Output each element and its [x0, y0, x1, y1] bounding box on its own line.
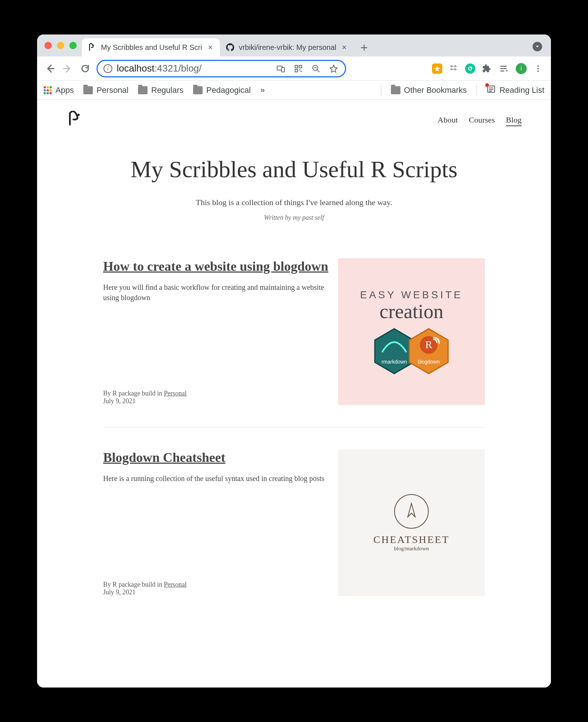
page-title: My Scribbles and Useful R Scripts — [103, 156, 485, 183]
new-tab-button[interactable] — [357, 40, 371, 55]
post-description: Here is a running collection of the usef… — [103, 473, 331, 484]
svg-point-11 — [537, 68, 539, 69]
blog-favicon-icon — [88, 43, 97, 52]
zoom-icon[interactable] — [310, 62, 322, 75]
folder-label: Regulars — [151, 85, 184, 95]
bookmark-folder-pedagogical[interactable]: Pedagogical — [193, 85, 251, 95]
svg-point-0 — [93, 45, 94, 46]
apps-grid-icon — [44, 86, 52, 94]
qr-icon[interactable] — [292, 62, 305, 75]
extension-bookmark-icon[interactable] — [432, 63, 442, 74]
svg-text:R: R — [425, 339, 432, 350]
reading-list-label: Reading List — [500, 85, 544, 95]
hex-label: rmarkdown — [381, 359, 407, 365]
window-controls — [42, 34, 82, 56]
url-text: localhost:4321/blog/ — [117, 63, 270, 74]
tab-title: vrbiki/irene-vrbik: My personal — [239, 43, 337, 52]
site-logo-icon[interactable] — [66, 111, 83, 130]
forward-button[interactable] — [61, 62, 74, 75]
overflow-label: » — [260, 85, 265, 95]
post-description: Here you will find a basic workflow for … — [103, 282, 331, 303]
site-info-icon[interactable]: i — [104, 64, 112, 73]
maximize-window-button[interactable] — [69, 42, 77, 49]
tab-close-button[interactable] — [341, 44, 348, 51]
folder-icon — [193, 86, 203, 94]
page-caption: Written by my past self — [103, 214, 485, 222]
toolbar: i localhost:4321/blog/ — [37, 56, 551, 81]
nav-courses[interactable]: Courses — [469, 115, 495, 126]
post-thumbnail[interactable]: EASY WEBSITE creation rmarkdown R blogdo… — [338, 258, 485, 405]
address-bar[interactable]: i localhost:4321/blog/ — [97, 60, 346, 77]
reading-list[interactable]: Reading List — [486, 84, 544, 96]
devices-icon[interactable] — [275, 62, 287, 75]
extensions-puzzle-icon[interactable] — [480, 62, 493, 75]
separator — [381, 85, 381, 96]
back-button[interactable] — [44, 62, 56, 75]
bookmark-folder-regulars[interactable]: Regulars — [138, 85, 184, 95]
hex-blogdown-icon: R blogdown — [409, 328, 449, 374]
thumb-title: CHEATSHEET — [373, 534, 449, 546]
bookmarks-bar: Apps Personal Regulars Pedagogical » Oth… — [37, 81, 551, 100]
compass-icon — [394, 494, 429, 529]
tab-bar: My Scribbles and Useful R Scri vrbiki/ir… — [37, 34, 551, 56]
incognito-or-profile-icon[interactable] — [533, 42, 542, 51]
reload-button[interactable] — [79, 62, 91, 75]
extension-grammarly-icon[interactable] — [465, 63, 475, 74]
folder-label: Personal — [97, 85, 128, 95]
bookmark-overflow[interactable]: » — [260, 85, 265, 95]
minimize-window-button[interactable] — [57, 42, 64, 49]
page-content: About Courses Blog My Scribbles and Usef… — [37, 100, 551, 688]
site-header: About Courses Blog — [37, 100, 551, 134]
post-byline-prefix: By R package build in — [103, 581, 164, 588]
tab-inactive[interactable]: vrbiki/irene-vrbik: My personal — [220, 38, 354, 56]
folder-icon — [391, 86, 400, 94]
bookmark-star-icon[interactable] — [327, 62, 340, 75]
svg-rect-3 — [282, 68, 284, 72]
url-path: :4321/blog/ — [155, 63, 202, 74]
reading-list-icon — [486, 84, 496, 96]
thumb-heading: EASY WEBSITE — [360, 289, 463, 301]
kebab-menu-icon[interactable] — [532, 62, 544, 75]
playlist-icon[interactable] — [498, 62, 511, 75]
bookmark-folder-personal[interactable]: Personal — [83, 85, 128, 95]
nav-about[interactable]: About — [438, 115, 458, 126]
svg-rect-7 — [299, 69, 300, 70]
post-meta: By R package build in Personal July 9, 2… — [103, 537, 331, 596]
github-favicon-icon — [226, 43, 235, 52]
svg-rect-5 — [299, 65, 302, 68]
post-card: Blogdown Cheatsheet Here is a running co… — [103, 427, 485, 618]
folder-label: Pedagogical — [206, 85, 251, 95]
folder-icon — [138, 86, 148, 94]
apps-label: Apps — [55, 85, 74, 95]
post-title-link[interactable]: How to create a website using blogdown — [103, 258, 331, 275]
blog-list: My Scribbles and Useful R Scripts This b… — [103, 134, 485, 640]
post-category-link[interactable]: Personal — [164, 390, 186, 397]
page-subtitle: This blog is a collection of things I've… — [103, 198, 485, 207]
close-window-button[interactable] — [44, 42, 52, 49]
tab-close-button[interactable] — [207, 44, 214, 51]
post-date: July 9, 2021 — [103, 588, 136, 596]
other-bookmarks[interactable]: Other Bookmarks — [391, 85, 467, 95]
other-bookmarks-label: Other Bookmarks — [404, 85, 467, 95]
post-thumbnail[interactable]: CHEATSHEET blog/markdown — [338, 449, 485, 596]
thumb-script: creation — [380, 300, 443, 323]
url-host: localhost — [117, 63, 155, 74]
tab-active[interactable]: My Scribbles and Useful R Scri — [82, 38, 220, 56]
post-category-link[interactable]: Personal — [164, 581, 186, 588]
svg-point-14 — [77, 114, 80, 116]
svg-rect-8 — [301, 71, 302, 72]
separator — [476, 85, 477, 96]
extension-dropbox-icon[interactable] — [447, 62, 460, 75]
profile-avatar[interactable]: i — [516, 63, 527, 74]
apps-shortcut[interactable]: Apps — [44, 85, 74, 95]
tab-title: My Scribbles and Useful R Scri — [101, 43, 202, 52]
post-card: How to create a website using blogdown H… — [103, 236, 485, 427]
post-title-link[interactable]: Blogdown Cheatsheet — [103, 449, 331, 466]
svg-rect-4 — [295, 65, 298, 68]
svg-marker-1 — [536, 46, 539, 48]
site-nav: About Courses Blog — [438, 115, 522, 126]
svg-rect-6 — [295, 69, 298, 72]
nav-blog[interactable]: Blog — [506, 115, 522, 126]
post-date: July 9, 2021 — [103, 397, 136, 405]
post-meta: By R package build in Personal July 9, 2… — [103, 346, 331, 405]
